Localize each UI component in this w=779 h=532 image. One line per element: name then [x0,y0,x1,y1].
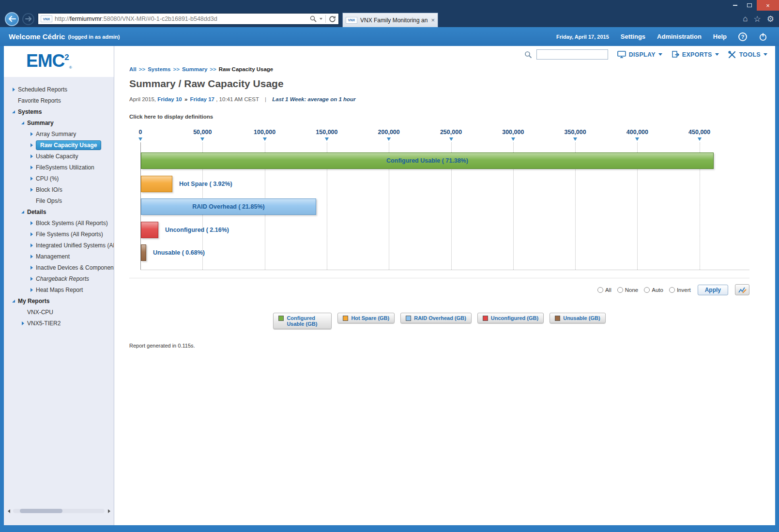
header-menu-administration[interactable]: Administration [657,33,702,40]
chart-bar-hot-spare[interactable] [141,176,172,192]
apply-button[interactable]: Apply [698,285,728,295]
sidebar-item-integrated-unified-systems-all-re[interactable]: Integrated Unified Systems (All Re [4,240,114,251]
x-tick-marker-icon [511,137,515,141]
collapse-arrow-icon[interactable] [11,298,16,304]
home-icon[interactable]: ⌂ [743,14,748,24]
exports-menu[interactable]: EXPORTS [672,51,719,59]
expand-arrow-icon[interactable] [29,254,34,259]
sidebar-item-file-ops-s[interactable]: File Ops/s [4,195,114,206]
expand-arrow-icon[interactable] [20,320,26,326]
refresh-icon[interactable] [329,15,336,23]
expand-arrow-icon[interactable] [29,265,34,271]
display-menu[interactable]: DISPLAY [617,51,662,58]
help-icon[interactable]: ? [738,32,747,41]
collapse-arrow-icon[interactable] [11,109,16,115]
expand-arrow-icon[interactable] [29,243,34,248]
scrollbar-track[interactable] [13,509,105,513]
scroll-right-icon[interactable] [107,508,111,514]
display-label: DISPLAY [629,51,656,58]
expand-arrow-icon[interactable] [29,287,34,293]
sidebar-item-favorite-reports[interactable]: Favorite Reports [4,95,114,106]
radio-none[interactable]: None [617,287,639,293]
breadcrumb-item-systems[interactable]: Systems [148,66,170,72]
expand-arrow-icon[interactable] [29,276,34,282]
back-button[interactable] [5,12,19,26]
collapse-arrow-icon[interactable] [20,120,26,126]
sidebar-item-details[interactable]: Details [4,206,114,217]
sidebar-item-raw-capacity-usage[interactable]: Raw Capacity Usage [4,139,114,151]
expand-arrow-icon[interactable] [29,131,34,137]
date-from-link[interactable]: Friday 10 [157,96,182,102]
browser-tab[interactable]: VNX VNX Family Monitoring an... × [342,13,438,27]
sidebar-item-chargeback-reports[interactable]: Chargeback Reports [4,273,114,284]
sidebar-item-array-summary[interactable]: Array Summary [4,128,114,139]
header-menu-settings[interactable]: Settings [621,33,645,40]
minimize-icon [733,5,737,6]
sidebar-item-heat-maps-report[interactable]: Heat Maps Report [4,284,114,295]
chart-bar-unconfigured[interactable] [141,222,158,238]
favorites-star-icon[interactable]: ☆ [754,14,761,24]
radio-label: Auto [652,287,663,293]
chart-bar-unusable[interactable] [141,244,146,261]
legend-button-unconfigured-gb[interactable]: Unconfigured (GB) [477,313,544,323]
expand-arrow-icon[interactable] [29,165,34,170]
radio-all[interactable]: All [597,287,611,293]
search-dropdown-icon[interactable] [320,18,322,20]
legend-button-raid-overhead-gb[interactable]: RAID Overhead (GB) [400,313,472,323]
tools-menu[interactable]: TOOLS [728,51,767,59]
sidebar-item-management[interactable]: Management [4,251,114,262]
sidebar-item-cpu[interactable]: CPU (%) [4,173,114,184]
sidebar-item-block-systems-all-reports[interactable]: Block Systems (All Reports) [4,217,114,228]
address-bar[interactable]: VNX http://fermiumvmr:58080/VNX-MR/#0-1-… [38,13,339,25]
window-maximize-button[interactable] [742,0,757,11]
search-icon[interactable] [310,15,317,22]
expand-arrow-icon[interactable] [29,220,34,226]
tab-close-icon[interactable]: × [431,16,435,24]
search-input[interactable] [536,49,608,60]
window-minimize-button[interactable] [728,0,742,11]
expand-arrow-icon[interactable] [11,87,16,92]
radio-circle-icon [669,287,675,293]
sidebar-item-vnx5-tier2[interactable]: VNX5-TIER2 [4,318,114,329]
expand-arrow-icon[interactable] [29,231,34,237]
sidebar-item-summary[interactable]: Summary [4,117,114,128]
chart-bar-label: Unconfigured ( 2.16%) [165,222,229,238]
window-close-button[interactable]: × [757,0,779,11]
radio-invert[interactable]: Invert [669,287,691,293]
expand-arrow-icon[interactable] [29,187,34,193]
header-menu-help[interactable]: Help [713,33,727,40]
chart-edit-button[interactable] [735,284,749,295]
chart-edit-icon [738,287,747,293]
expand-arrow-icon[interactable] [29,142,34,148]
expand-arrow-icon[interactable] [29,176,34,182]
legend-button-configured-usable-gb[interactable]: Configured Usable (GB) [273,313,332,329]
legend-button-unusable-gb[interactable]: Unusable (GB) [550,313,605,323]
collapse-arrow-icon[interactable] [20,209,26,215]
sidebar-item-file-systems-all-reports[interactable]: File Systems (All Reports) [4,228,114,240]
breadcrumb-item-summary[interactable]: Summary [182,66,207,72]
browser-settings-gear-icon[interactable]: ⚙ [767,14,774,24]
sidebar-item-inactive-devices-components[interactable]: Inactive Devices & Components [4,262,114,273]
forward-button[interactable] [22,13,34,25]
chart-bar-raid-overhead[interactable]: RAID Overhead ( 21.85%) [141,198,316,215]
definitions-link[interactable]: Click here to display definitions [129,114,775,120]
sidebar-item-systems[interactable]: Systems [4,106,114,117]
sidebar-item-block-io-s[interactable]: Block IO/s [4,184,114,195]
sidebar-item-filesystems-utilization[interactable]: FileSystems Utilization [4,162,114,173]
breadcrumb-item-all[interactable]: All [129,66,137,72]
sidebar-item-scheduled-reports[interactable]: Scheduled Reports [4,84,114,95]
expand-arrow-icon[interactable] [29,153,34,159]
sidebar-item-usable-capacity[interactable]: Usable Capacity [4,151,114,162]
radio-auto[interactable]: Auto [644,287,663,293]
sidebar-horizontal-scrollbar[interactable] [6,507,111,515]
sidebar-item-vnx-cpu[interactable]: VNX-CPU [4,306,114,318]
scroll-left-icon[interactable] [6,508,11,514]
scrollbar-thumb[interactable] [20,509,62,513]
date-to-link[interactable]: Friday 17 [190,96,215,102]
sidebar-item-my-reports[interactable]: My Reports [4,295,114,306]
logout-power-icon[interactable] [759,32,767,41]
legend-button-hot-spare-gb[interactable]: Hot Spare (GB) [337,313,395,323]
legend-color-swatch [278,316,284,321]
x-tick-marker-icon [138,137,142,141]
chart-bar-configured-usable[interactable]: Configured Usable ( 71.38%) [141,152,714,169]
